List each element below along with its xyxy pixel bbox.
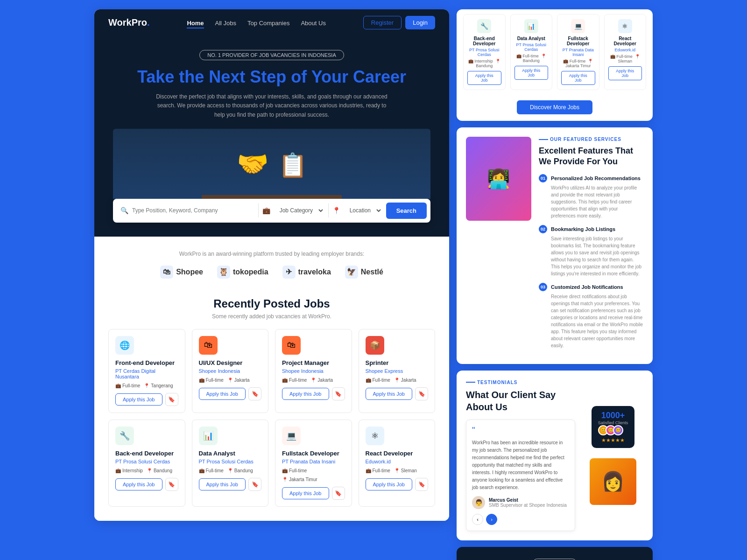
fi-header-3: 03 Customized Job Notifications [539, 283, 643, 291]
job-logo-7: 💻 [282, 427, 301, 445]
right-panel: 🔧 Back-end Developer PT Prosa Solusi Cer… [457, 9, 653, 560]
brand-traveloka: ✈ traveloka [282, 266, 331, 279]
right-job-company-1: PT Prosa Solusi Cerdas [467, 48, 501, 57]
discover-more-button[interactable]: Discover More Jobs [517, 100, 592, 114]
next-testimonial-button[interactable]: › [486, 514, 497, 525]
apply-button-6[interactable]: Apply this Job [199, 478, 246, 490]
job-company-1: PT Cerdas Digital Nusantara [115, 368, 178, 379]
right-apply-btn-3[interactable]: Apply this Job [561, 71, 595, 85]
stat-label: Satisfied Clients [598, 420, 628, 425]
bookmark-button-2[interactable]: 🔖 [248, 387, 261, 400]
login-button[interactable]: Login [405, 16, 435, 29]
right-apply-btn-1[interactable]: Apply this Job [467, 71, 501, 85]
right-job-3: 💻 Fullstack Developer PT Pranata Data In… [557, 14, 599, 90]
nav-item-jobs[interactable]: All Jobs [215, 19, 237, 27]
fi-desc-1: WorkPro utilizes AI to analyze your prof… [539, 184, 643, 219]
mini-avatar-3: 😊 [613, 425, 623, 435]
job-actions-1: Apply this Job 🔖 [115, 393, 178, 406]
job-title-1: Front-end Developer [115, 359, 178, 366]
apply-button-5[interactable]: Apply this Job [115, 478, 162, 490]
right-job-tags-1: 💼 Internship 📍 Bandung [467, 59, 501, 68]
job-title-6: Data Analyst [199, 450, 262, 457]
right-job-company-4: Eduwork.id [608, 48, 642, 52]
bookmark-button-4[interactable]: 🔖 [415, 387, 428, 400]
bookmark-button-6[interactable]: 🔖 [248, 478, 261, 491]
job-card-8: ⚛ React Developer Eduwork.id 💼 Full-time… [359, 420, 436, 507]
search-button[interactable]: Search [386, 203, 427, 219]
job-company-6: PT Prosa Solusi Cerdas [199, 459, 262, 464]
job-company-3: Shopee Indonesia [282, 368, 345, 374]
search-icon: 🔍 [120, 207, 128, 214]
bookmark-button-8[interactable]: 🔖 [415, 478, 428, 491]
nav-item-home[interactable]: Home [187, 19, 204, 27]
fi-header-1: 01 Personalized Job Recommendations [539, 174, 643, 182]
job-actions-3: Apply this Job 🔖 [282, 387, 345, 400]
job-title-4: Sprinter [366, 359, 429, 366]
author-avatar: 👨 [472, 496, 485, 509]
job-type-5: 💼 Internship [115, 468, 143, 473]
register-button[interactable]: Register [363, 16, 402, 29]
stat-card: 1000+ Satisfied Clients 😊 😊 😊 ★★★★★ [592, 406, 635, 448]
brands-heading: WorkPro is an award-winning platform tru… [113, 251, 430, 257]
search-section: 🔍 💼 Job Category 📍 Location Search [94, 199, 449, 237]
job-location-7: 📍 Jakarta Timur [282, 477, 317, 482]
decorative-table [202, 195, 342, 199]
fi-title-1: Personalized Job Recommendations [551, 175, 641, 181]
job-logo-4: 📦 [366, 336, 384, 355]
job-company-5: PT Prosa Solusi Cerdas [115, 459, 178, 464]
hero-image: 🤝 📋 [113, 129, 430, 199]
bookmark-button-7[interactable]: 🔖 [332, 487, 345, 500]
job-meta-1: 💼 Full-time 📍 Tangerang [115, 383, 178, 388]
job-location-1: 📍 Tangerang [144, 383, 173, 388]
testimonials-label: TESTIMONIALS [466, 380, 575, 385]
nav-item-about[interactable]: About Us [301, 19, 325, 27]
apply-button-1[interactable]: Apply this Job [115, 393, 162, 406]
right-apply-btn-2[interactable]: Apply this Job [514, 66, 549, 80]
job-actions-6: Apply this Job 🔖 [199, 478, 262, 491]
bookmark-button-5[interactable]: 🔖 [165, 478, 178, 491]
nav-item-companies[interactable]: Top Companies [247, 19, 289, 27]
discover-wrap: Discover More Jobs [457, 97, 653, 121]
right-job-tags-3: 💼 Full-time 📍 Jakarta Timur [561, 59, 595, 68]
job-logo-2: 🛍 [199, 336, 218, 355]
nav-links: Home All Jobs Top Companies About Us [187, 19, 325, 27]
apply-button-2[interactable]: Apply this Job [199, 388, 246, 400]
job-actions-5: Apply this Job 🔖 [115, 478, 178, 491]
category-select[interactable]: Job Category [274, 204, 324, 217]
fi-num-1: 01 [539, 174, 547, 182]
job-company-2: Shopee Indonesia [199, 368, 262, 374]
job-actions-4: Apply this Job 🔖 [366, 387, 429, 400]
job-company-7: PT Pranata Data Insani [282, 459, 345, 464]
bookmark-button-3[interactable]: 🔖 [332, 387, 345, 400]
job-meta-7: 💼 Full-time 📍 Jakarta Timur [282, 468, 345, 482]
fi-desc-3: Receive direct notifications about job o… [539, 293, 643, 349]
job-actions-7: Apply this Job 🔖 [282, 487, 345, 500]
jobs-title: Recently Posted Jobs [108, 297, 435, 310]
job-title-3: Project Manager [282, 359, 345, 366]
job-logo-1: 🌐 [115, 336, 134, 355]
testimonials-left: TESTIMONIALS What Our Client Say About U… [466, 380, 575, 531]
apply-button-4[interactable]: Apply this Job [366, 388, 413, 400]
author-info: Marcus Geist SMB Supervisor at Shopee In… [489, 497, 567, 508]
job-location-3: 📍 Jakarta [310, 378, 333, 383]
features-content: OUR FEATURED SERVICES Excellent Features… [539, 137, 643, 355]
fi-num-2: 02 [539, 225, 547, 233]
apply-button-8[interactable]: Apply this Job [366, 478, 413, 490]
newsletter-card: STAY UPDATE Subscribe to Our Newsletter … [457, 547, 653, 560]
bookmark-button-1[interactable]: 🔖 [165, 393, 178, 406]
testimonials-nav: ‹ › [472, 514, 569, 525]
prev-testimonial-button[interactable]: ‹ [472, 514, 483, 525]
fi-header-2: 02 Bookmarking Job Listings [539, 225, 643, 233]
right-job-icon-3: 💻 [571, 19, 585, 33]
right-job-tags-2: 💼 Full-time 📍 Bandung [514, 54, 549, 63]
search-input[interactable] [132, 204, 254, 217]
job-location-8: 📍 Sleman [394, 468, 417, 473]
apply-button-3[interactable]: Apply this Job [282, 388, 329, 400]
right-job-4: ⚛ React Developer Eduwork.id 💼 Full-time… [604, 14, 647, 90]
testimonials-quote-card: " WorkPro has been an incredible resourc… [466, 420, 575, 531]
apply-button-7[interactable]: Apply this Job [282, 487, 329, 499]
location-select[interactable]: Location [344, 204, 382, 217]
hero-section: NO. 1 PROVIDER OF JOB VACANCIES IN INDON… [94, 36, 449, 199]
right-apply-btn-4[interactable]: Apply this Job [608, 66, 642, 80]
hero-title: Take the Next Step of Your Career [113, 67, 430, 87]
